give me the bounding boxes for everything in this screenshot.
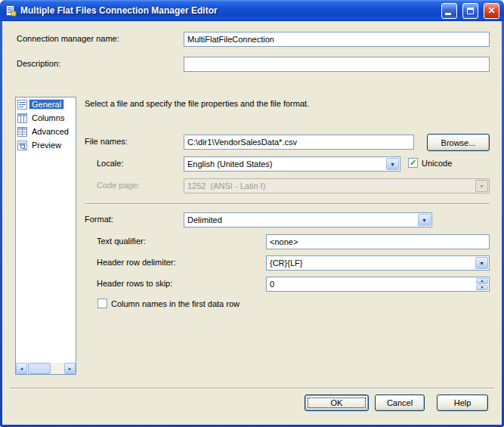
cancel-button[interactable]: Cancel	[375, 395, 425, 411]
format-select[interactable]: Delimited ▼	[184, 212, 432, 227]
unicode-checkbox[interactable]: ✓ Unicode	[408, 158, 452, 168]
close-icon: ✕	[487, 6, 495, 15]
header-row-delimiter-value: {CR}{LF}	[267, 256, 475, 270]
minimize-icon	[445, 13, 451, 15]
header-row-delimiter-label: Header row delimiter:	[97, 258, 176, 267]
dialog-window: Multiple Flat Files Connection Manager E…	[0, 0, 504, 427]
scroll-right-button[interactable]: ►	[64, 363, 76, 374]
locale-select[interactable]: English (United States) ▼	[184, 156, 400, 172]
header-row-delimiter-select[interactable]: {CR}{LF} ▼	[266, 255, 490, 271]
header-rows-to-skip-spinner[interactable]: ▲ ▼	[266, 277, 490, 292]
dialog-client-area: Connection manager name: Description: Ge…	[2, 21, 502, 425]
spin-up-button[interactable]: ▲	[476, 278, 488, 284]
connection-manager-name-input[interactable]	[184, 32, 490, 47]
sidebar-item-label: Advanced	[29, 127, 71, 136]
file-names-label: File names:	[85, 137, 128, 146]
code-page-label: Code page:	[97, 181, 140, 190]
columns-page-icon	[17, 113, 27, 123]
window-title: Multiple Flat Files Connection Manager E…	[20, 5, 436, 16]
title-bar[interactable]: Multiple Flat Files Connection Manager E…	[0, 0, 504, 21]
sidebar-item-label: General	[29, 100, 63, 109]
header-rows-to-skip-label: Header rows to skip:	[97, 279, 172, 288]
column-names-checkbox[interactable]: ✓ Column names in the first data row	[97, 299, 240, 308]
maximize-button[interactable]	[462, 3, 478, 19]
chevron-down-icon[interactable]: ▼	[418, 214, 431, 226]
description-input[interactable]	[184, 57, 490, 72]
general-page-icon	[17, 100, 27, 110]
scrollbar-thumb[interactable]	[28, 363, 51, 374]
chevron-down-icon: ▼	[475, 180, 488, 192]
flat-file-window-icon	[5, 5, 17, 17]
page-intro-text: Select a file and specify the file prope…	[85, 99, 309, 108]
sidebar-item-general[interactable]: General	[16, 97, 76, 111]
code-page-value: 1252 (ANSI - Latin I)	[184, 179, 475, 193]
locale-value: English (United States)	[184, 157, 385, 171]
format-value: Delimited	[184, 213, 417, 227]
checkbox-unchecked-icon: ✓	[97, 299, 107, 308]
chevron-down-icon[interactable]: ▼	[475, 257, 488, 269]
format-label: Format:	[85, 215, 113, 224]
connection-manager-name-label: Connection manager name:	[17, 34, 119, 43]
code-page-select: 1252 (ANSI - Latin I) ▼	[184, 178, 490, 193]
header-rows-to-skip-input[interactable]	[267, 277, 489, 291]
file-names-input[interactable]	[184, 135, 414, 150]
text-qualifier-input[interactable]	[266, 234, 490, 249]
preview-page-icon	[17, 141, 27, 150]
scroll-left-button[interactable]: ◄	[16, 363, 27, 374]
sidebar-item-label: Preview	[29, 141, 63, 150]
sidebar-item-preview[interactable]: Preview	[16, 138, 76, 152]
footer-separator	[10, 388, 494, 389]
unicode-checkbox-label: Unicode	[422, 159, 452, 168]
sidebar-item-columns[interactable]: Columns	[16, 111, 76, 125]
column-names-checkbox-label: Column names in the first data row	[111, 299, 240, 308]
chevron-down-icon[interactable]: ▼	[386, 158, 399, 170]
sidebar-item-advanced[interactable]: Advanced	[16, 125, 76, 138]
sidebar-item-label: Columns	[29, 113, 66, 122]
minimize-button[interactable]	[441, 3, 457, 19]
ok-button[interactable]: OK	[305, 395, 369, 411]
maximize-icon	[467, 8, 474, 14]
text-qualifier-label: Text qualifier:	[97, 237, 146, 246]
section-separator	[85, 203, 490, 205]
sidebar-horizontal-scrollbar[interactable]: ◄ ►	[16, 363, 76, 374]
page-list: General Columns	[15, 97, 76, 375]
locale-label: Locale:	[97, 159, 123, 168]
close-button[interactable]: ✕	[484, 3, 499, 19]
advanced-page-icon	[17, 127, 27, 137]
scrollbar-track[interactable]	[51, 363, 64, 374]
help-button[interactable]: Help	[437, 395, 488, 411]
checkbox-checked-icon: ✓	[408, 158, 418, 168]
spin-down-button[interactable]: ▼	[476, 285, 488, 291]
browse-button[interactable]: Browse...	[427, 134, 490, 151]
description-label: Description:	[17, 59, 60, 68]
